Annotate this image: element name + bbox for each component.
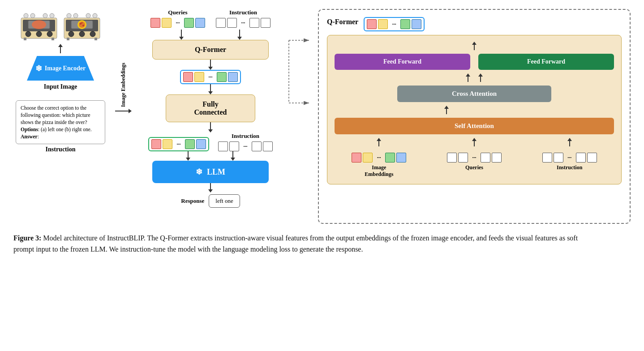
options-text: Options: (a) left one (b) right one.	[21, 127, 92, 132]
ff-ca-right-arrow	[478, 73, 483, 82]
svg-point-27	[93, 13, 97, 18]
dashed-arrow-area	[287, 9, 313, 121]
out-token-dots: ···	[206, 72, 215, 82]
bottom-instr-col: Instruction ···	[218, 133, 273, 151]
bottom-inputs: ··· ImageEmbeddings ···	[335, 153, 614, 178]
svg-point-25	[73, 13, 78, 18]
fully-connected-label: FullyConnected	[194, 100, 227, 116]
svg-point-26	[86, 13, 90, 18]
up-arrow-to-encoder	[58, 44, 63, 53]
inner-arrow-up	[472, 42, 477, 50]
ie-yellow	[363, 153, 373, 163]
arrow-to-fc	[208, 84, 213, 94]
token-dots: ···	[173, 18, 183, 28]
input-image-label: Input Image	[44, 83, 77, 90]
instruction-text: Choose the correct option to the followi…	[21, 105, 90, 125]
sa-arrow-1	[377, 138, 381, 146]
binstr-t1	[218, 141, 228, 151]
ib-t2	[554, 153, 563, 163]
queries-label: Queries	[168, 9, 187, 16]
main-figure: ❄ Image Encoder Input Image Choose the c…	[13, 9, 631, 255]
instruction-label-left: Instruction	[16, 146, 105, 153]
response-box: left one	[209, 194, 240, 208]
ca-sa-arrow	[444, 106, 449, 114]
sa-bottom-arrows	[335, 138, 614, 146]
sa-arrow-3	[567, 138, 572, 146]
left-section: ❄ Image Encoder Input Image Choose the c…	[13, 9, 107, 153]
caption-text: Model architecture of InstructBLIP. The …	[13, 234, 578, 253]
bottom-instr-tokens: ···	[218, 141, 273, 151]
rt-red	[367, 19, 377, 29]
svg-point-7	[24, 13, 28, 18]
svg-point-20	[82, 22, 83, 24]
bot-token-blue	[196, 139, 206, 149]
instr-bottom-group: ··· Instruction	[542, 153, 597, 171]
token-yellow	[162, 18, 172, 28]
stove-image-1	[19, 9, 59, 40]
svg-point-10	[50, 13, 54, 18]
stove-image-2	[62, 9, 102, 40]
arrow-tok-to-llm	[186, 151, 190, 161]
arrow-qformer-out	[208, 60, 213, 70]
svg-rect-28	[67, 38, 69, 40]
horizontal-embed-arrow	[115, 109, 132, 113]
ff-ca-left-arrow	[466, 73, 470, 82]
img-embed-label: ImageEmbeddings	[365, 164, 393, 178]
arrow-queries-down	[179, 30, 184, 40]
output-tokens-green: ···	[148, 137, 209, 151]
ie-green	[385, 153, 395, 163]
token-blue	[195, 18, 205, 28]
instruction-box: Choose the correct option to the followi…	[16, 100, 105, 144]
arrow-from-fc	[208, 122, 213, 133]
self-attention-block: Self Attention	[335, 118, 614, 134]
instr-token-dots: ···	[238, 18, 248, 28]
right-section: Q-Former ··· Feed Forward	[318, 9, 631, 224]
qformer-block: Q-Former	[152, 40, 269, 60]
instr-token-2	[227, 18, 237, 28]
diagram-area: ❄ Image Encoder Input Image Choose the c…	[13, 9, 631, 224]
svg-point-22	[79, 31, 85, 37]
arrows-to-llm	[186, 151, 235, 161]
instruction-area: Choose the correct option to the followi…	[16, 100, 105, 153]
ie-dots: ···	[374, 153, 384, 163]
middle-section: Queries ··· Instruction ···	[139, 9, 282, 208]
ca-row: Cross Attention	[335, 86, 614, 102]
ff-right-block: Feed Forward	[478, 54, 614, 70]
queries-bottom-label: Queries	[465, 164, 483, 171]
img-embed-group: ··· ImageEmbeddings	[352, 153, 406, 178]
qb-dots: ···	[469, 153, 479, 163]
svg-rect-12	[52, 38, 54, 40]
ff-left-block: Feed Forward	[335, 54, 470, 70]
input-images	[19, 9, 102, 40]
arrows-to-qformer	[179, 30, 242, 40]
ib-t3	[576, 153, 586, 163]
arrow-instr-to-llm	[231, 151, 235, 161]
out-token-red	[183, 72, 193, 82]
ib-dots: ···	[565, 153, 575, 163]
figure-number: Figure 3:	[13, 234, 41, 242]
queries-tokens: ···	[150, 18, 205, 28]
token-red	[150, 18, 160, 28]
svg-point-19	[82, 25, 84, 26]
sa-arrow-2	[472, 138, 477, 146]
out-token-blue	[228, 72, 238, 82]
ie-blue	[396, 153, 406, 163]
instruction-token-label: Instruction	[229, 9, 257, 16]
instr-bottom-tokens: ···	[542, 153, 597, 163]
svg-point-23	[90, 31, 95, 37]
out-token-green	[217, 72, 227, 82]
bottom-tokens-and-instr: ··· Instruction ···	[148, 133, 273, 151]
rt-dots: ···	[389, 19, 399, 29]
svg-point-4	[26, 31, 31, 37]
bot-token-red	[151, 139, 161, 149]
cross-attention-block: Cross Attention	[397, 86, 551, 102]
arrow-instr-down	[237, 30, 242, 40]
ff-row: Feed Forward Feed Forward	[335, 54, 614, 70]
response-row: Response left one	[181, 194, 240, 208]
right-output-tokens: ···	[364, 17, 425, 31]
binstr-t2	[229, 141, 239, 151]
svg-point-6	[47, 31, 52, 37]
ib-t1	[542, 153, 552, 163]
instr-token-1	[216, 18, 226, 28]
rt-blue	[412, 19, 421, 29]
